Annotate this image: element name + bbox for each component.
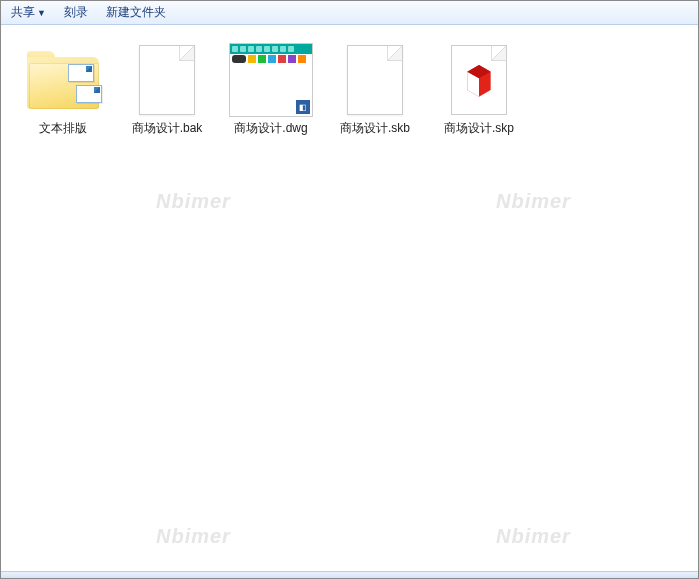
file-icon xyxy=(125,41,209,119)
folder-item[interactable]: 文本排版 xyxy=(11,37,115,141)
item-label: 商场设计.dwg xyxy=(234,121,307,137)
status-bar xyxy=(1,571,698,578)
item-label: 商场设计.skp xyxy=(444,121,514,137)
watermark: Nbimer xyxy=(496,525,571,548)
toolbar-share-label: 共享 xyxy=(11,4,35,21)
file-item[interactable]: 商场设计.skp xyxy=(427,37,531,141)
watermark: Nbimer xyxy=(156,525,231,548)
file-item[interactable]: 商场设计.skb xyxy=(323,37,427,141)
item-label: 商场设计.skb xyxy=(340,121,410,137)
item-label: 文本排版 xyxy=(39,121,87,137)
chevron-down-icon: ▼ xyxy=(37,8,46,18)
dwg-thumbnail-icon: ◧ xyxy=(229,41,313,119)
watermark: Nbimer xyxy=(156,190,231,213)
file-item[interactable]: 商场设计.bak xyxy=(115,37,219,141)
file-icon xyxy=(333,41,417,119)
toolbar: 共享 ▼ 刻录 新建文件夹 xyxy=(1,1,698,25)
toolbar-burn-label: 刻录 xyxy=(64,4,88,21)
toolbar-share[interactable]: 共享 ▼ xyxy=(11,4,46,21)
toolbar-burn[interactable]: 刻录 xyxy=(64,4,88,21)
file-pane[interactable]: 文本排版 商场设计.bak ◧ 商场设计.dwg 商场设计.skb xyxy=(1,25,698,571)
sketchup-icon xyxy=(437,41,521,119)
watermark: Nbimer xyxy=(496,190,571,213)
toolbar-new-folder[interactable]: 新建文件夹 xyxy=(106,4,166,21)
toolbar-new-folder-label: 新建文件夹 xyxy=(106,4,166,21)
folder-icon xyxy=(21,41,105,119)
file-item[interactable]: ◧ 商场设计.dwg xyxy=(219,37,323,141)
item-label: 商场设计.bak xyxy=(132,121,203,137)
